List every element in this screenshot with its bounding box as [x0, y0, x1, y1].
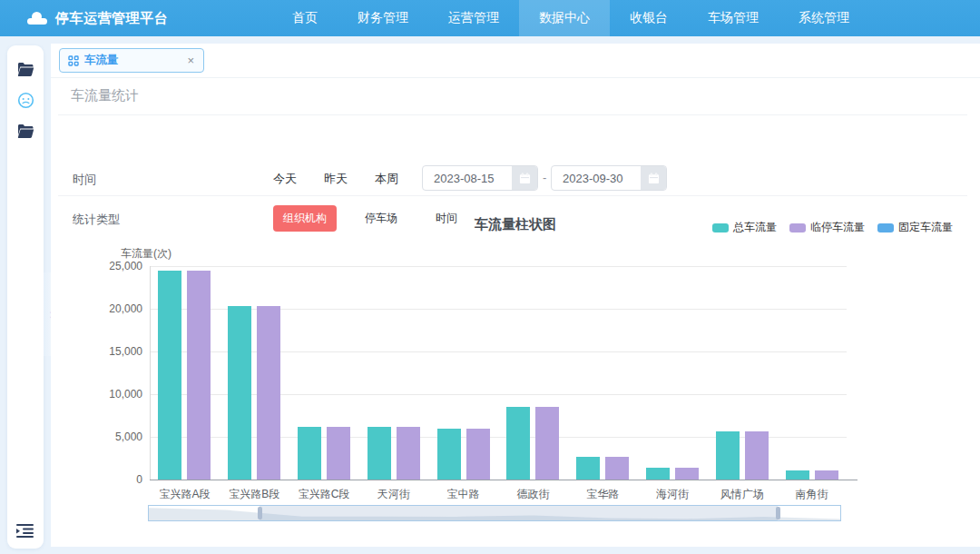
y-tick-label: 20,000 — [92, 302, 142, 315]
x-axis-label: 风情广场 — [707, 487, 777, 502]
datazoom-window[interactable] — [260, 506, 779, 520]
date-from-input[interactable]: 2023-08-15 — [422, 165, 538, 191]
datazoom-handle-left[interactable] — [258, 507, 262, 519]
page-title: 车流量统计 — [71, 87, 139, 104]
bar-总车流量-南角街[interactable] — [786, 470, 809, 480]
tab-bar: 车流量 × — [51, 44, 980, 78]
clock-face-icon[interactable] — [16, 91, 34, 109]
cloud-logo-icon — [27, 12, 47, 25]
gridline — [150, 437, 847, 438]
datazoom-handle-right[interactable] — [776, 507, 780, 519]
y-axis-name: 车流量(次) — [121, 246, 172, 262]
folder-icon[interactable] — [16, 122, 34, 140]
bar-总车流量-宝兴路C段[interactable] — [298, 427, 321, 480]
folder-icon[interactable] — [16, 60, 34, 78]
x-axis-line — [150, 480, 858, 480]
bar-临停车流量-宝兴路C段[interactable] — [327, 427, 350, 480]
legend-item-临停车流量[interactable]: 临停车流量 — [789, 220, 865, 235]
date-range-separator: - — [543, 171, 546, 184]
bar-临停车流量-宝兴路B段[interactable] — [257, 306, 280, 480]
sidebar — [7, 45, 44, 549]
nav-item-车场管理[interactable]: 车场管理 — [688, 0, 779, 36]
x-axis-label: 宝兴路A段 — [150, 487, 220, 502]
legend-label: 临停车流量 — [810, 220, 865, 235]
x-axis-label: 天河街 — [358, 487, 428, 502]
bar-总车流量-海河街[interactable] — [646, 468, 670, 480]
y-tick-label: 15,000 — [92, 345, 142, 358]
y-tick-label: 0 — [92, 473, 142, 486]
legend-swatch — [877, 223, 894, 232]
legend-item-固定车流量[interactable]: 固定车流量 — [877, 220, 953, 235]
time-filter-label: 时间 — [73, 172, 96, 188]
gridline — [150, 351, 847, 352]
chart-legend: 总车流量临停车流量固定车流量 — [712, 220, 953, 235]
menu-unfold-icon[interactable] — [16, 523, 34, 541]
bar-临停车流量-海河街[interactable] — [675, 468, 699, 480]
quick-option-本周[interactable]: 本周 — [375, 171, 398, 187]
bar-总车流量-风情广场[interactable] — [716, 431, 740, 480]
bar-总车流量-天河街[interactable] — [368, 427, 391, 480]
brand: 停车运营管理平台 — [0, 10, 168, 27]
y-tick-label: 10,000 — [92, 388, 142, 401]
page: 停车运营管理平台 首页财务管理运营管理数据中心收银台车场管理系统管理 > 车流量… — [0, 0, 980, 554]
gridline — [150, 394, 847, 395]
legend-label: 总车流量 — [733, 220, 777, 235]
legend-label: 固定车流量 — [898, 220, 953, 235]
bar-总车流量-德政街[interactable] — [506, 407, 530, 480]
tab-traffic-flow[interactable]: 车流量 × — [59, 48, 204, 73]
bar-临停车流量-宝中路[interactable] — [466, 429, 490, 480]
main-panel: 车流量 × 车流量统计 时间 今天昨天本周上周本月 2023-08-15 - 2… — [51, 44, 980, 547]
bar-临停车流量-南角街[interactable] — [815, 470, 838, 480]
bar-临停车流量-风情广场[interactable] — [745, 431, 769, 480]
y-axis-line — [150, 266, 151, 480]
calendar-icon[interactable] — [641, 165, 666, 191]
legend-item-总车流量[interactable]: 总车流量 — [712, 220, 777, 235]
legend-swatch — [789, 223, 806, 232]
datazoom-slider[interactable] — [148, 505, 841, 521]
nav-item-运营管理[interactable]: 运营管理 — [428, 0, 519, 36]
x-axis-label: 宝中路 — [428, 487, 498, 502]
bar-临停车流量-宝兴路A段[interactable] — [187, 271, 211, 480]
gridline — [150, 266, 847, 267]
bar-临停车流量-宝华路[interactable] — [605, 457, 629, 480]
nav-item-收银台[interactable]: 收银台 — [610, 0, 688, 36]
x-axis-label: 宝华路 — [568, 487, 638, 502]
legend-swatch — [712, 223, 729, 232]
divider — [58, 114, 967, 115]
nav-menu: 首页财务管理运营管理数据中心收银台车场管理系统管理 — [272, 0, 869, 36]
quick-option-昨天[interactable]: 昨天 — [324, 171, 348, 187]
bar-总车流量-宝兴路B段[interactable] — [228, 306, 251, 480]
x-axis-label: 宝兴路C段 — [289, 487, 359, 502]
x-axis-label: 德政街 — [498, 487, 568, 502]
nav-item-首页[interactable]: 首页 — [272, 0, 338, 36]
x-axis-label: 南角街 — [777, 487, 847, 502]
bar-总车流量-宝中路[interactable] — [437, 429, 461, 480]
divider — [58, 195, 967, 196]
tab-close-icon[interactable]: × — [186, 54, 195, 67]
y-tick-label: 5,000 — [92, 430, 142, 443]
date-from-value: 2023-08-15 — [423, 172, 512, 185]
nav-item-系统管理[interactable]: 系统管理 — [779, 0, 869, 36]
bar-总车流量-宝华路[interactable] — [576, 457, 600, 480]
quick-option-今天[interactable]: 今天 — [273, 171, 297, 187]
tab-label: 车流量 — [84, 53, 186, 68]
date-to-input[interactable]: 2023-09-30 — [551, 165, 667, 191]
x-axis-label: 海河街 — [638, 487, 708, 502]
bar-临停车流量-德政街[interactable] — [535, 407, 559, 480]
gridline — [150, 309, 847, 310]
date-to-value: 2023-09-30 — [552, 172, 641, 185]
top-nav: 停车运营管理平台 首页财务管理运营管理数据中心收银台车场管理系统管理 — [0, 0, 980, 36]
x-axis-label: 宝兴路B段 — [220, 487, 289, 502]
nav-item-财务管理[interactable]: 财务管理 — [338, 0, 428, 36]
calendar-icon[interactable] — [512, 165, 537, 191]
grid-icon — [68, 55, 79, 66]
bar-临停车流量-天河街[interactable] — [397, 427, 420, 480]
y-tick-label: 25,000 — [92, 260, 142, 272]
brand-title: 停车运营管理平台 — [55, 10, 168, 27]
bar-总车流量-宝兴路A段[interactable] — [158, 271, 181, 480]
nav-item-数据中心[interactable]: 数据中心 — [519, 0, 610, 36]
